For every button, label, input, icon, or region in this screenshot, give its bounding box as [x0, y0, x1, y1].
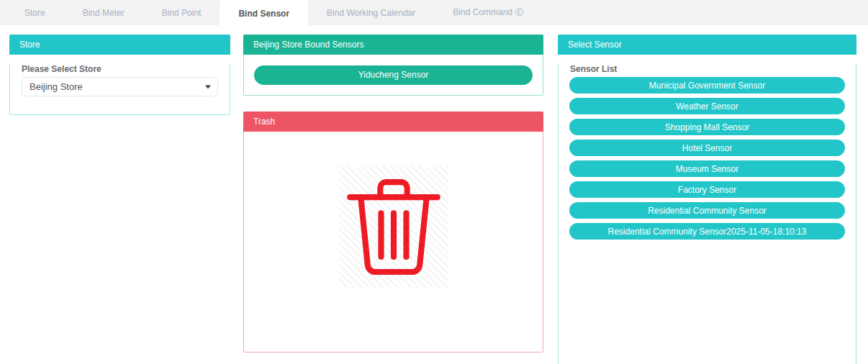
chevron-down-icon	[205, 85, 211, 88]
trash-panel-title: Trash	[243, 112, 543, 132]
select-sensor-title: Select Sensor	[558, 35, 856, 55]
tab-bar: Store Bind Meter Bind Point Bind Sensor …	[0, 0, 868, 25]
bound-sensors-panel: Beijing Store Bound Sensors Yiducheng Se…	[243, 35, 543, 96]
tab-bind-working-calendar[interactable]: Bind Working Calendar	[308, 0, 434, 25]
store-panel-body: Please Select Store Beijing Store	[9, 64, 230, 115]
trash-panel: Trash	[243, 112, 543, 352]
tab-bind-point[interactable]: Bind Point	[143, 0, 220, 25]
bound-sensor-pill[interactable]: Yiducheng Sensor	[254, 65, 533, 85]
sensor-pill-factory[interactable]: Factory Sensor	[569, 181, 845, 198]
trash-dropzone[interactable]	[243, 132, 543, 352]
store-select[interactable]: Beijing Store	[22, 77, 218, 96]
sensor-pill-residential-community-timestamp[interactable]: Residential Community Sensor2025-11-05-1…	[569, 223, 845, 240]
sensor-pill-hotel[interactable]: Hotel Sensor	[569, 140, 845, 156]
store-panel-title: Store	[9, 35, 230, 55]
tab-bind-meter[interactable]: Bind Meter	[64, 0, 143, 25]
select-sensor-panel: Select Sensor Sensor List Municipal Gove…	[558, 35, 856, 364]
store-select-value: Beijing Store	[30, 81, 83, 92]
tab-store[interactable]: Store	[6, 0, 64, 25]
sensor-pill-shopping-mall[interactable]: Shopping Mall Sensor	[569, 119, 845, 135]
tab-bind-sensor[interactable]: Bind Sensor	[220, 0, 308, 27]
sensor-pill-museum[interactable]: Museum Sensor	[569, 160, 845, 177]
trash-icon	[339, 166, 448, 287]
sensor-pill-weather[interactable]: Weather Sensor	[569, 98, 845, 114]
sensor-pill-municipal-government[interactable]: Municipal Government Sensor	[569, 77, 845, 94]
sensor-pill-residential-community[interactable]: Residential Community Sensor	[569, 202, 845, 219]
bound-sensors-body: Yiducheng Sensor	[243, 55, 543, 96]
select-sensor-body: Sensor List Municipal Government Sensor …	[558, 64, 856, 364]
tab-bind-command[interactable]: Bind Command Ⓔ	[434, 0, 542, 25]
sensor-list-label: Sensor List	[570, 64, 844, 74]
store-panel: Store Please Select Store Beijing Store	[9, 35, 230, 115]
bound-sensors-title: Beijing Store Bound Sensors	[243, 35, 543, 55]
select-store-label: Please Select Store	[22, 64, 218, 74]
